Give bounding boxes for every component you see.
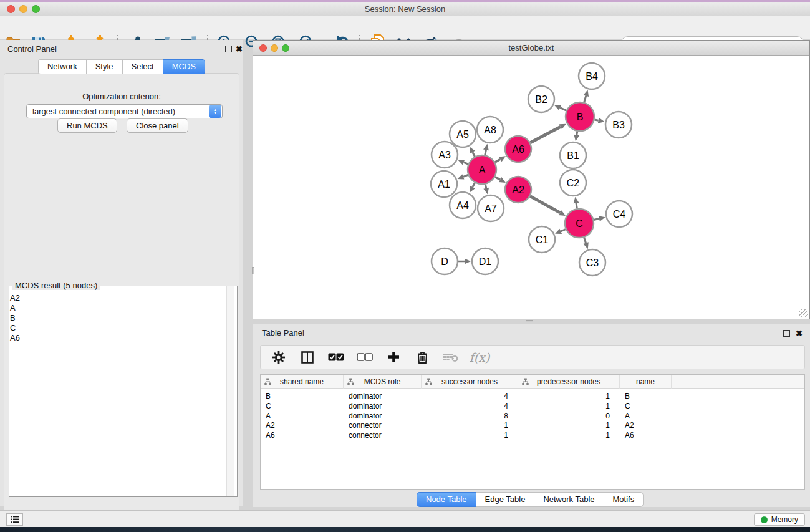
cell-name[interactable]: A [620, 411, 672, 421]
tab-style[interactable]: Style [86, 59, 122, 74]
tab-motifs[interactable]: Motifs [604, 492, 644, 507]
column-header-predecessor-nodes[interactable]: predecessor nodes [518, 375, 620, 389]
column-header-name[interactable]: name [620, 375, 672, 389]
column-visibility-icon[interactable] [299, 349, 316, 365]
tab-mcds[interactable]: MCDS [163, 59, 205, 74]
cell-MCDS-role[interactable]: dominator [344, 401, 422, 411]
mcds-result-item[interactable]: A6 [10, 333, 222, 343]
graph-node-B3[interactable]: B3 [605, 112, 632, 138]
cell-MCDS-role[interactable]: dominator [344, 391, 422, 401]
cell-shared-name[interactable]: B [261, 391, 344, 401]
edge-B-B2[interactable] [560, 108, 566, 111]
cell-MCDS-role[interactable]: connector [344, 430, 422, 440]
edge-A-A3[interactable] [464, 162, 468, 164]
tab-node-table[interactable]: Node Table [417, 492, 476, 507]
edge-A-A8[interactable] [485, 150, 486, 155]
cell-predecessor-nodes[interactable]: 0 [518, 411, 620, 421]
edge-B-B3[interactable] [594, 120, 598, 120]
network-window-titlebar[interactable]: testGlobe.txt [253, 41, 809, 56]
close-panel-icon[interactable]: ✖ [796, 329, 803, 338]
close-panel-icon[interactable]: ✖ [236, 44, 243, 54]
graph-node-A[interactable]: A [468, 155, 496, 184]
cell-successor-nodes[interactable]: 1 [422, 420, 518, 430]
graph-node-D1[interactable]: D1 [472, 248, 498, 274]
node-table[interactable]: shared nameMCDS rolesuccessor nodesprede… [260, 374, 805, 490]
graph-node-B1[interactable]: B1 [560, 142, 586, 168]
edge-A2-C[interactable] [530, 196, 560, 213]
edge-A-A1[interactable] [463, 175, 468, 177]
network-graph[interactable]: B4B2BB3A8A5A6A3B1AC2A1A2A4A7C4CC1C3DD1 [254, 56, 809, 319]
cell-successor-nodes[interactable]: 4 [422, 401, 518, 411]
edge-C-C3[interactable] [584, 238, 586, 243]
edge-B-B1[interactable] [577, 132, 577, 135]
cell-name[interactable]: A2 [620, 420, 672, 430]
edge-A6-B[interactable] [530, 127, 561, 142]
graph-node-B2[interactable]: B2 [528, 86, 554, 112]
edge-A-A7[interactable] [485, 184, 486, 188]
edge-A-A4[interactable] [473, 183, 475, 187]
mcds-result-item[interactable]: B [10, 313, 222, 323]
splitter-handle[interactable] [252, 267, 254, 274]
graph-node-C4[interactable]: C4 [606, 201, 632, 227]
mcds-result-item[interactable]: C [10, 323, 222, 333]
graph-node-B[interactable]: B [566, 102, 594, 131]
edge-A-A6[interactable] [495, 159, 500, 162]
mcds-result-item[interactable]: A2 [10, 293, 222, 303]
cell-shared-name[interactable]: A [261, 411, 344, 421]
mcds-result-list[interactable]: A2ABCA6 [10, 293, 222, 343]
tab-network-table[interactable]: Network Table [534, 492, 603, 507]
edge-C-C2[interactable] [576, 203, 577, 209]
graph-node-A1[interactable]: A1 [431, 171, 457, 197]
graph-node-B4[interactable]: B4 [579, 63, 605, 89]
edge-C-C4[interactable] [594, 219, 599, 220]
tab-select[interactable]: Select [122, 59, 163, 74]
memory-button[interactable]: Memory [754, 513, 805, 526]
result-scrollbar[interactable] [226, 286, 234, 496]
cell-shared-name[interactable]: C [261, 401, 344, 411]
cell-name[interactable]: B [620, 391, 672, 401]
cell-predecessor-nodes[interactable]: 1 [518, 420, 620, 430]
edge-C-C1[interactable] [561, 230, 566, 231]
cell-predecessor-nodes[interactable]: 1 [518, 401, 620, 411]
app-titlebar[interactable]: Session: New Session [0, 2, 810, 16]
select-all-icon[interactable] [328, 349, 344, 365]
graph-node-C3[interactable]: C3 [579, 249, 605, 276]
cell-name[interactable]: C [620, 401, 672, 411]
graph-node-C1[interactable]: C1 [529, 226, 555, 253]
tab-network[interactable]: Network [38, 59, 86, 74]
cell-predecessor-nodes[interactable]: 1 [518, 391, 620, 401]
network-canvas[interactable]: B4B2BB3A8A5A6A3B1AC2A1A2A4A7C4CC1C3DD1 [254, 56, 809, 319]
graph-node-C2[interactable]: C2 [560, 170, 586, 196]
cell-MCDS-role[interactable]: dominator [344, 411, 422, 421]
mcds-result-item[interactable]: A [10, 303, 222, 313]
cell-successor-nodes[interactable]: 4 [422, 391, 518, 401]
run-mcds-button[interactable]: Run MCDS [57, 118, 117, 133]
graph-node-A5[interactable]: A5 [450, 121, 476, 147]
tab-edge-table[interactable]: Edge Table [476, 492, 534, 507]
float-panel-icon[interactable] [783, 330, 790, 337]
graph-node-A8[interactable]: A8 [477, 117, 503, 143]
cell-predecessor-nodes[interactable]: 1 [518, 430, 620, 440]
deselect-all-icon[interactable] [357, 349, 373, 365]
graph-node-C[interactable]: C [565, 209, 594, 238]
cell-name[interactable]: A6 [620, 430, 672, 440]
splitter-handle[interactable] [526, 320, 533, 322]
graph-node-A3[interactable]: A3 [432, 142, 458, 168]
optimization-criterion-select[interactable]: largest connected component (directed) ▲… [26, 104, 223, 118]
edge-A-A2[interactable] [495, 177, 500, 180]
gear-icon[interactable] [271, 349, 287, 365]
graph-node-A4[interactable]: A4 [450, 192, 476, 218]
cell-shared-name[interactable]: A6 [261, 430, 344, 440]
graph-node-A6[interactable]: A6 [505, 136, 531, 162]
close-panel-button[interactable]: Close panel [127, 118, 188, 133]
cell-MCDS-role[interactable]: connector [344, 420, 422, 430]
cell-shared-name[interactable]: A2 [261, 420, 344, 430]
edge-B-B4[interactable] [584, 96, 586, 102]
graph-node-A7[interactable]: A7 [478, 195, 504, 221]
column-header-MCDS-role[interactable]: MCDS role [344, 375, 422, 389]
float-panel-icon[interactable] [225, 46, 232, 52]
task-history-button[interactable] [6, 513, 23, 526]
resize-grip-icon[interactable] [799, 309, 808, 317]
edge-A-A5[interactable] [473, 152, 475, 157]
cell-successor-nodes[interactable]: 1 [422, 430, 518, 440]
